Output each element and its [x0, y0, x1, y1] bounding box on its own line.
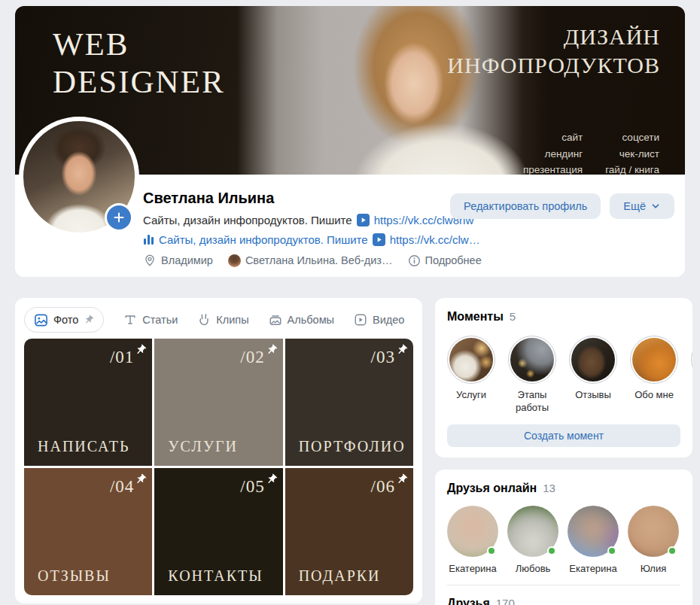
pin-icon: [394, 471, 411, 488]
photo-tile-portfolio[interactable]: /03 ПОРТФОЛИО: [285, 339, 413, 466]
more-button[interactable]: Ещё: [610, 193, 674, 219]
video-play-icon: [357, 214, 370, 226]
tile-number: /03: [371, 348, 395, 367]
pin-icon: [394, 342, 411, 359]
cover-title: WEB DESIGNER: [53, 26, 225, 101]
info-icon: [408, 254, 421, 267]
photo-tile-podarki[interactable]: /06 ПОДАРКИ: [285, 468, 413, 595]
community-item[interactable]: Светлана Ильина. Веб-диз…: [228, 254, 393, 267]
story-label: Отзывы: [569, 389, 617, 402]
cover-services-col1: сайт лендинг презентация: [523, 129, 583, 175]
more-info-label: Подробнее: [425, 254, 482, 266]
story-uslugi[interactable]: Услуги: [447, 336, 495, 415]
tab-articles-label: Статьи: [142, 314, 178, 326]
city-label: Владимир: [161, 254, 213, 266]
friend-name: Екатерина: [447, 563, 498, 574]
story-thumbnail: [632, 338, 676, 382]
tile-number: /04: [110, 477, 134, 497]
friends-online-header: Друзья онлайн 13: [447, 482, 680, 495]
moments-card: Моменты 5 Услуги Этапы работы Отзывы Обо…: [435, 298, 692, 458]
friend-name: Любовь: [507, 563, 558, 574]
tab-articles[interactable]: Статьи: [123, 313, 178, 327]
tile-number: /05: [240, 477, 264, 497]
story-etapy-raboty[interactable]: Этапы работы: [508, 336, 556, 415]
albums-icon: [269, 313, 282, 327]
pin-icon: [263, 471, 280, 488]
status-text: Сайты, дизайн инфопродуктов. Пишите: [143, 214, 352, 226]
story-thumbnail: [571, 338, 615, 382]
photo-tile-otzyvy[interactable]: /04 ОТЗЫВЫ: [24, 468, 152, 595]
moments-count: 5: [510, 310, 516, 323]
promo-link[interactable]: https://vk.cc/clw…: [390, 233, 480, 246]
friends-title[interactable]: Друзья: [447, 597, 490, 605]
pin-icon: [263, 342, 280, 359]
profile-actions: Редактировать профиль Ещё: [450, 193, 674, 219]
friend-name: Екатерина: [568, 563, 619, 574]
photo-tile-uslugi[interactable]: /02 УСЛУГИ: [154, 339, 282, 466]
story-obo-mne[interactable]: Обо мне: [630, 336, 678, 415]
pin-icon: [132, 342, 150, 359]
content-tabs: Фото Статьи Клипы Альбомы: [24, 306, 413, 334]
meta-line: Владимир Светлана Ильина. Веб-диз… Подро…: [143, 254, 685, 267]
tile-number: /06: [371, 477, 395, 497]
cover-services-col2: соцсети чек-лист гайд / книга: [605, 129, 659, 175]
friend-item[interactable]: Екатерина: [568, 506, 619, 574]
online-indicator: [487, 546, 496, 555]
cover-title-line2: DESIGNER: [53, 63, 225, 101]
moments-header: Моменты 5: [447, 310, 680, 324]
more-button-label: Ещё: [623, 200, 646, 212]
tab-photos-label: Фото: [53, 314, 78, 326]
story-thumbnail: [510, 338, 554, 382]
photo-tile-napisat[interactable]: /01 НАПИСАТЬ: [24, 339, 152, 466]
pin-icon: [132, 471, 150, 488]
edit-profile-button[interactable]: Редактировать профиль: [450, 193, 601, 219]
community-label: Светлана Ильина. Веб-диз…: [245, 254, 393, 266]
location-pin-icon: [143, 254, 157, 267]
bar-chart-icon: [143, 234, 154, 245]
tab-clips[interactable]: Клипы: [197, 313, 248, 327]
city-item[interactable]: Владимир: [143, 254, 213, 267]
tile-label: УСЛУГИ: [168, 438, 238, 455]
tile-number: /01: [110, 348, 134, 367]
friend-item[interactable]: Любовь: [507, 506, 558, 574]
friends-online-card: Друзья онлайн 13 Екатерина Любовь Екатер…: [435, 470, 692, 605]
friends-row: Екатерина Любовь Екатерина Юлия: [447, 506, 680, 574]
friend-item[interactable]: Екатерина: [447, 506, 498, 574]
tab-albums[interactable]: Альбомы: [269, 313, 334, 327]
friends-header: Друзья 170: [447, 597, 680, 605]
pinned-photos-grid: /01 НАПИСАТЬ /02 УСЛУГИ /03 ПОРТФОЛИО /0…: [24, 339, 413, 595]
cover-title-line1: WEB: [53, 26, 225, 63]
promo-text[interactable]: Сайты, дизайн инфопродуктов. Пишите: [159, 233, 368, 246]
community-avatar: [228, 254, 241, 267]
tab-photos[interactable]: Фото: [24, 307, 104, 333]
tab-videos[interactable]: Видео: [354, 313, 404, 327]
story-thumbnail: [449, 338, 493, 382]
friend-name: Юлия: [628, 563, 679, 574]
divider: [447, 585, 680, 585]
story-label: Этапы работы: [508, 389, 556, 415]
moments-title[interactable]: Моменты: [447, 310, 504, 324]
profile-info: Светлана Ильина Сайты, дизайн инфопродук…: [15, 175, 685, 277]
photo-icon: [34, 313, 48, 327]
profile-card: WEB DESIGNER ДИЗАЙН ИНФОПРОДУКТОВ сайт л…: [15, 6, 685, 277]
pin-icon: [81, 312, 96, 327]
tile-label: ПОРТФОЛИО: [299, 438, 406, 455]
story-label: Обо мне: [630, 389, 678, 402]
online-indicator: [668, 546, 677, 555]
create-moment-button[interactable]: Создать момент: [447, 424, 680, 447]
tab-albums-label: Альбомы: [288, 314, 334, 326]
video-icon: [354, 313, 367, 327]
friend-item[interactable]: Юлия: [628, 506, 679, 574]
more-info-item[interactable]: Подробнее: [408, 254, 482, 267]
tab-clips-label: Клипы: [216, 314, 248, 326]
friends-online-title[interactable]: Друзья онлайн: [447, 482, 537, 495]
story-otzyvy[interactable]: Отзывы: [569, 336, 617, 415]
friends-count: 170: [496, 597, 515, 605]
chevron-down-icon: [650, 201, 661, 211]
photos-card: Фото Статьи Клипы Альбомы: [15, 298, 422, 603]
online-indicator: [607, 546, 616, 555]
stories-row: Услуги Этапы работы Отзывы Обо мне: [447, 336, 692, 415]
tile-label: ОТЗЫВЫ: [38, 567, 111, 585]
story-peek[interactable]: [691, 336, 692, 415]
photo-tile-kontakty[interactable]: /05 КОНТАКТЫ: [154, 468, 282, 595]
